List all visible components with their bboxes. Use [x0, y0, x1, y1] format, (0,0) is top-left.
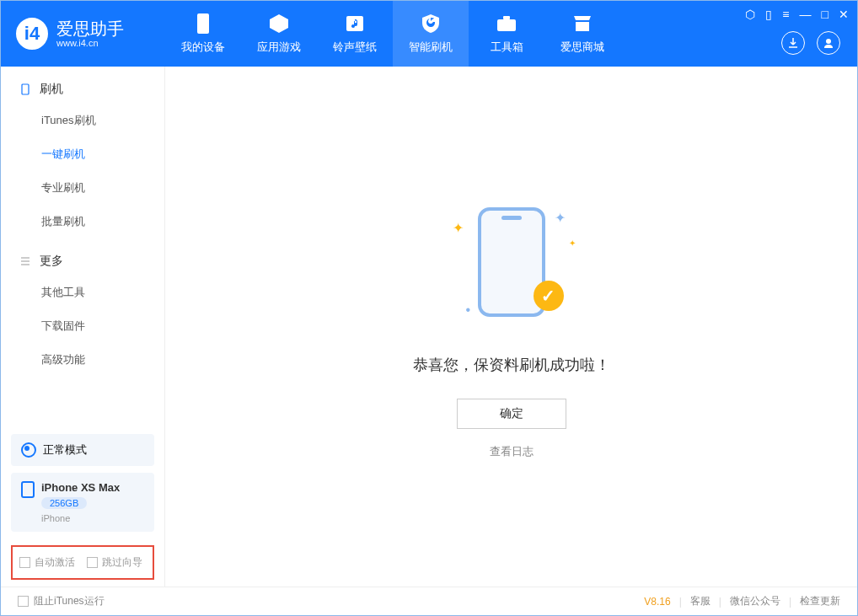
footer-link-update[interactable]: 检查更新 [800, 594, 840, 608]
app-header: i4 爱思助手 www.i4.cn 我的设备 应用游戏 铃声壁纸 智能刷机 工具… [1, 1, 857, 67]
nav-label: 工具箱 [491, 40, 523, 55]
sparkle-icon: ✦ [555, 210, 566, 226]
nav-store[interactable]: 爱思商城 [544, 1, 620, 67]
check-badge-icon: ✓ [534, 281, 564, 311]
minimize-icon[interactable]: — [800, 8, 812, 21]
sidebar-item-other-tools[interactable]: 其他工具 [1, 276, 164, 309]
window-controls: ⬡ ▯ ≡ — □ ✕ [745, 8, 849, 21]
store-icon [571, 13, 593, 35]
nav-flash[interactable]: 智能刷机 [393, 1, 469, 67]
logo-area: i4 爱思助手 www.i4.cn [1, 18, 165, 50]
top-nav: 我的设备 应用游戏 铃声壁纸 智能刷机 工具箱 爱思商城 [165, 1, 620, 67]
sidebar-header-more[interactable]: 更多 [1, 254, 164, 269]
sparkle-icon: ✦ [453, 220, 464, 236]
sidebar-section-more: 更多 其他工具 下载固件 高级功能 [1, 238, 164, 377]
nav-toolbox[interactable]: 工具箱 [469, 1, 544, 67]
phone-icon [19, 83, 31, 95]
download-button[interactable] [781, 31, 805, 55]
shirt-icon[interactable]: ⬡ [745, 8, 755, 21]
checkbox-block-itunes[interactable]: 阻止iTunes运行 [18, 594, 105, 608]
mode-icon [21, 442, 36, 458]
checkbox-auto-activate[interactable]: 自动激活 [19, 555, 75, 570]
sidebar-header-label: 更多 [40, 254, 63, 269]
sparkle-icon: • [466, 303, 471, 318]
checkbox-label: 跳过向导 [102, 555, 142, 570]
list-icon [19, 255, 31, 267]
footer-link-wechat[interactable]: 微信公众号 [730, 594, 780, 608]
sidebar-section-flash: 刷机 iTunes刷机 一键刷机 专业刷机 批量刷机 [1, 67, 164, 238]
checkbox-label: 自动激活 [35, 555, 75, 570]
sidebar-item-batch-flash[interactable]: 批量刷机 [1, 205, 164, 238]
sidebar-item-download-fw[interactable]: 下载固件 [1, 309, 164, 343]
sparkle-icon: ✦ [569, 238, 576, 248]
nav-label: 应用游戏 [257, 40, 301, 55]
success-message: 恭喜您，保资料刷机成功啦！ [413, 355, 610, 375]
checkbox-icon [19, 557, 30, 568]
device-capacity: 256GB [41, 497, 87, 509]
view-log-link[interactable]: 查看日志 [490, 444, 534, 459]
nav-ringtones[interactable]: 铃声壁纸 [317, 1, 393, 67]
sidebar: 刷机 iTunes刷机 一键刷机 专业刷机 批量刷机 更多 其他工具 下载固件 … [1, 67, 165, 587]
cube-icon [268, 13, 290, 35]
main-content: ✦ ✦ • ✦ ✓ 恭喜您，保资料刷机成功啦！ 确定 查看日志 [165, 67, 857, 587]
flash-options-row: 自动激活 跳过向导 [11, 545, 154, 580]
version-label: V8.16 [644, 596, 670, 608]
success-illustration: ✦ ✦ • ✦ ✓ [444, 195, 579, 329]
sidebar-header-flash[interactable]: 刷机 [1, 82, 164, 97]
body-area: 刷机 iTunes刷机 一键刷机 专业刷机 批量刷机 更多 其他工具 下载固件 … [1, 67, 857, 587]
sidebar-item-advanced[interactable]: 高级功能 [1, 343, 164, 377]
nav-my-device[interactable]: 我的设备 [165, 1, 241, 67]
svg-point-4 [826, 39, 831, 44]
book-icon[interactable]: ▯ [765, 8, 772, 21]
device-phone-icon [21, 481, 35, 498]
music-folder-icon [344, 13, 366, 35]
device-type: iPhone [41, 513, 120, 523]
footer-link-support[interactable]: 客服 [690, 594, 711, 608]
user-button[interactable] [817, 31, 840, 55]
shield-refresh-icon [420, 13, 442, 35]
nav-apps[interactable]: 应用游戏 [241, 1, 317, 67]
device-mode-box[interactable]: 正常模式 [11, 434, 154, 466]
nav-label: 铃声壁纸 [333, 40, 377, 55]
ok-button[interactable]: 确定 [457, 399, 566, 429]
sidebar-item-pro-flash[interactable]: 专业刷机 [1, 171, 164, 205]
toolbox-icon [496, 13, 517, 35]
device-info-box[interactable]: iPhone XS Max 256GB iPhone [11, 473, 154, 532]
device-name: iPhone XS Max [41, 481, 120, 494]
user-icon [823, 37, 834, 49]
checkbox-skip-guide[interactable]: 跳过向导 [87, 555, 142, 570]
svg-rect-0 [197, 13, 209, 34]
close-icon[interactable]: ✕ [839, 8, 849, 21]
svg-rect-5 [22, 84, 29, 94]
device-icon [192, 13, 214, 35]
logo-title: 爱思助手 [56, 19, 124, 38]
maximize-icon[interactable]: □ [822, 8, 829, 21]
footer: 阻止iTunes运行 V8.16 | 客服 | 微信公众号 | 检查更新 [1, 587, 857, 615]
logo-text: 爱思助手 www.i4.cn [56, 19, 124, 48]
footer-right: V8.16 | 客服 | 微信公众号 | 检查更新 [644, 594, 840, 608]
nav-label: 我的设备 [181, 40, 225, 55]
checkbox-icon [18, 596, 29, 607]
checkbox-icon [87, 557, 98, 568]
logo-subtitle: www.i4.cn [56, 38, 124, 48]
download-icon [787, 37, 799, 49]
sidebar-header-label: 刷机 [40, 82, 63, 97]
sidebar-item-itunes-flash[interactable]: iTunes刷机 [1, 104, 164, 137]
sidebar-item-oneclick-flash[interactable]: 一键刷机 [1, 137, 164, 171]
nav-label: 智能刷机 [409, 40, 453, 55]
nav-label: 爱思商城 [560, 40, 604, 55]
header-right-buttons [781, 31, 840, 55]
svg-rect-2 [497, 19, 516, 31]
svg-rect-3 [503, 16, 510, 19]
logo-icon: i4 [16, 18, 48, 50]
mode-label: 正常模式 [43, 442, 87, 458]
checkbox-label: 阻止iTunes运行 [34, 594, 105, 608]
menu-icon[interactable]: ≡ [782, 8, 789, 21]
